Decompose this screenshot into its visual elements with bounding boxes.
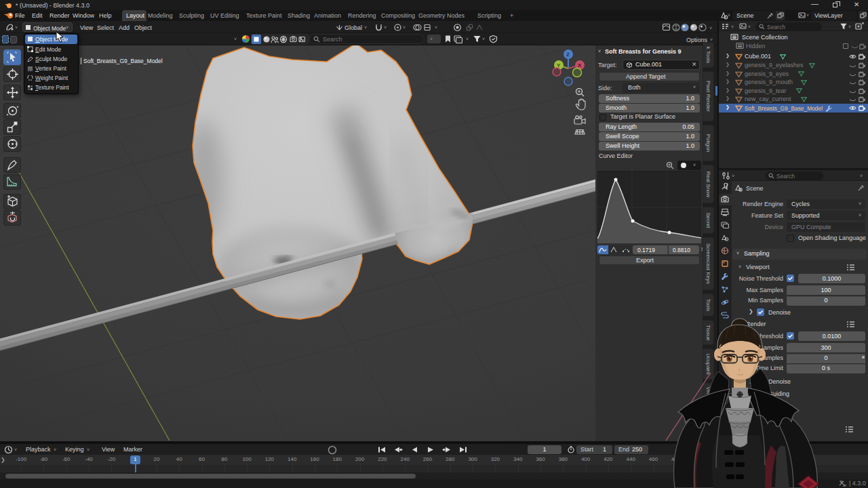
svg-text:X: X: [578, 62, 582, 68]
svg-text:Z: Z: [566, 52, 570, 58]
svg-text:˅: ˅: [709, 26, 712, 30]
